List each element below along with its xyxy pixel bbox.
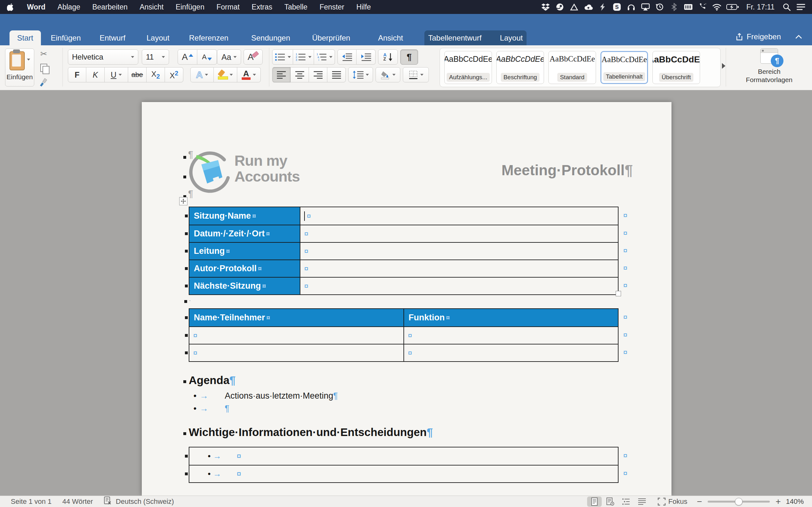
phone-icon[interactable] <box>697 2 708 12</box>
sort-button[interactable]: A Z <box>378 49 398 65</box>
table-row[interactable]: ¤ ¤ ¤ <box>189 344 618 361</box>
share-button[interactable]: Freigeben <box>735 32 781 41</box>
spotlight-icon[interactable] <box>781 2 792 12</box>
value-cell[interactable]: ¤ <box>404 344 618 361</box>
time-machine-icon[interactable] <box>654 2 665 12</box>
menu-extras[interactable]: Extras <box>246 3 278 11</box>
menu-ansicht[interactable]: Ansicht <box>134 3 169 11</box>
underline-chevron[interactable] <box>119 74 122 76</box>
tab-ueberpruefen[interactable]: Überprüfen <box>305 31 358 45</box>
style-aufzaehlung[interactable]: AaBbCcDdEe Aufzählungs... <box>444 51 492 84</box>
tab-referenzen[interactable]: Referenzen <box>182 31 236 45</box>
highlight-chevron[interactable] <box>230 74 233 76</box>
focus-mode-button[interactable]: Fokus <box>658 498 687 506</box>
borders-chevron[interactable] <box>420 74 423 76</box>
menu-format[interactable]: Format <box>210 3 246 11</box>
align-left-button[interactable] <box>272 67 291 82</box>
menu-clock[interactable]: Fr. 17:11 <box>743 3 778 11</box>
tab-einfuegen[interactable]: Einfügen <box>43 31 89 45</box>
language-status[interactable]: Deutsch (Schweiz) <box>116 498 174 506</box>
paste-button[interactable]: Einfügen <box>5 49 34 87</box>
skype-icon[interactable]: S <box>612 2 622 12</box>
wifi-icon[interactable] <box>711 2 722 12</box>
menu-word[interactable]: Word <box>21 3 51 11</box>
cut-button[interactable]: ✂ <box>37 48 51 60</box>
dropbox-icon[interactable] <box>540 2 551 12</box>
align-center-button[interactable] <box>291 67 309 82</box>
superscript-button[interactable]: X2 <box>165 67 183 82</box>
menu-bearbeiten[interactable]: Bearbeiten <box>86 3 134 11</box>
style-beschriftung[interactable]: AaBbCcDdEe Beschriftung <box>496 51 544 84</box>
bold-button[interactable]: F <box>68 67 86 82</box>
zoom-slider[interactable] <box>708 501 770 503</box>
value-cell[interactable]: ¤ <box>189 327 404 344</box>
value-cell[interactable]: ¤ <box>300 243 618 260</box>
table-row[interactable]: Autor·Protokoll¤ ¤ ¤ <box>189 260 618 277</box>
airplay-icon[interactable] <box>640 2 651 12</box>
value-cell[interactable]: ¤ <box>404 327 618 344</box>
zoom-out-button[interactable]: − <box>697 497 702 507</box>
tab-tabellen-layout[interactable]: Layout <box>500 34 523 43</box>
table-row[interactable]: Nächste·Sitzung¤ ¤ ¤ <box>189 277 618 294</box>
tab-tabellenentwurf[interactable]: Tabellenentwurf <box>428 34 481 43</box>
value-cell[interactable]: • → ¤ <box>189 447 618 465</box>
value-cell[interactable]: ¤ <box>300 260 618 277</box>
agenda-bullet-2[interactable]: • → ¶ <box>194 404 229 413</box>
web-layout-view-button[interactable] <box>603 497 618 507</box>
value-cell[interactable]: ¤ <box>189 344 404 361</box>
shading-button[interactable] <box>375 67 400 82</box>
bullet-list-button[interactable] <box>272 49 293 65</box>
grow-font-button[interactable]: A <box>177 49 197 65</box>
text-effects-button[interactable]: A <box>190 67 214 82</box>
change-case-button[interactable]: Aa <box>217 49 241 65</box>
font-color-chevron[interactable] <box>253 74 256 76</box>
font-name-dropdown[interactable]: Helvetica <box>68 49 138 65</box>
word-count[interactable]: 44 Wörter <box>62 498 93 506</box>
draft-view-button[interactable] <box>635 497 649 507</box>
table-move-handle[interactable] <box>179 197 188 205</box>
page-count[interactable]: Seite 1 von 1 <box>11 498 51 506</box>
paste-dropdown-chevron[interactable] <box>27 59 30 60</box>
multilevel-list-chevron[interactable] <box>329 56 333 58</box>
zoom-in-button[interactable]: + <box>775 497 780 507</box>
apple-menu-icon[interactable] <box>0 3 21 11</box>
menu-tabelle[interactable]: Tabelle <box>278 3 314 11</box>
value-cell[interactable]: ¤ <box>300 278 618 294</box>
ghost-app-icon[interactable] <box>554 2 565 12</box>
styles-gallery-more-arrow[interactable] <box>722 63 725 69</box>
tab-entwurf[interactable]: Entwurf <box>92 31 133 45</box>
bluetooth-icon[interactable] <box>669 2 679 12</box>
value-cell[interactable]: • → ¤ <box>189 465 618 482</box>
spellcheck-icon[interactable] <box>104 497 111 507</box>
align-right-button[interactable] <box>309 67 327 82</box>
style-tabelleninhalt[interactable]: AaBbCcDdEe Tabelleninhalt <box>600 51 648 84</box>
numbered-list-button[interactable]: 123 <box>293 49 314 65</box>
copy-button[interactable] <box>37 62 51 74</box>
tab-sendungen[interactable]: Sendungen <box>244 31 298 45</box>
subscript-button[interactable]: X2 <box>147 67 165 82</box>
flash-icon[interactable] <box>597 2 608 12</box>
style-standard[interactable]: AaBbCcDdEe Standard <box>548 51 596 84</box>
tab-ansicht[interactable]: Ansicht <box>370 31 411 45</box>
value-cell[interactable]: ¤ <box>300 207 618 225</box>
menu-hilfe[interactable]: Hilfe <box>350 3 377 11</box>
headset-icon[interactable] <box>626 2 637 12</box>
strikethrough-button[interactable]: abe <box>128 67 147 82</box>
multilevel-list-button[interactable]: 1ai <box>314 49 335 65</box>
table-row[interactable]: Leitung¤ ¤ ¤ <box>189 242 618 260</box>
keyboard-icon[interactable] <box>683 2 694 12</box>
bullet-list-chevron[interactable] <box>288 56 291 58</box>
menu-fenster[interactable]: Fenster <box>313 3 350 11</box>
menu-einfuegen[interactable]: Einfügen <box>170 3 211 11</box>
line-spacing-button[interactable] <box>348 67 373 82</box>
agenda-bullet-1[interactable]: • → Actions·aus·letztem·Meeting ¶ <box>194 391 338 401</box>
line-spacing-chevron[interactable] <box>366 74 369 76</box>
value-cell[interactable]: ¤ <box>300 225 618 242</box>
justify-button[interactable] <box>327 67 346 82</box>
styles-pane-button[interactable]: ¶ Bereich Formatvorlagen <box>729 49 809 84</box>
borders-button[interactable] <box>403 67 429 82</box>
table-row[interactable]: • → ¤ ¤ <box>189 465 618 482</box>
shrink-font-button[interactable]: A <box>197 49 217 65</box>
zoom-percentage[interactable]: 140% <box>786 498 804 506</box>
table-row[interactable]: Datum·/·Zeit·/·Ort¤ ¤ ¤ <box>189 225 618 242</box>
